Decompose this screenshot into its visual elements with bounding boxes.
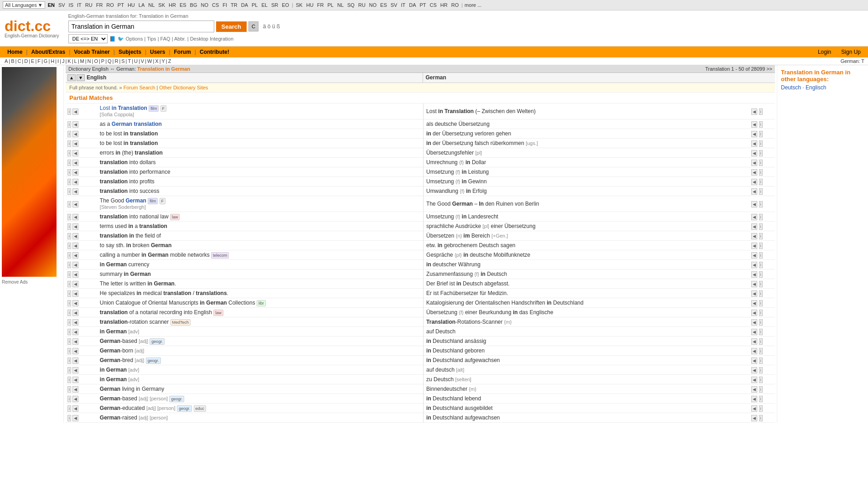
audio-btn[interactable]: ◀ [72,160,78,166]
audio-btn[interactable]: ◀ [72,310,78,316]
info-btn[interactable]: i [67,223,71,230]
alpha-j[interactable]: J [61,58,66,64]
play-btn[interactable]: ◀ [751,290,757,297]
play-btn[interactable]: ◀ [751,300,757,306]
audio-btn[interactable]: ◀ [72,415,78,421]
audio-btn[interactable]: ◀ [72,319,78,326]
alpha-i[interactable]: I [57,58,60,64]
play-btn[interactable]: ◀ [751,329,757,335]
info-btn[interactable]: i [67,415,71,421]
play-btn[interactable]: ◀ [751,243,757,249]
audio-btn[interactable]: ◀ [72,329,78,335]
alpha-w[interactable]: W [146,58,153,64]
play-btn[interactable]: ◀ [751,150,757,156]
lang-cs2[interactable]: CS [429,2,438,8]
detail-btn[interactable]: i [759,329,763,335]
lang-es[interactable]: ES [179,2,187,8]
lang-it[interactable]: IT [76,2,83,8]
detail-btn[interactable]: i [759,252,763,259]
audio-btn[interactable]: ◀ [72,188,78,195]
info-btn[interactable]: i [67,290,71,297]
sort-up-btn[interactable]: ▲ [67,74,76,81]
play-btn[interactable]: ◀ [751,377,757,383]
audio-btn[interactable]: ◀ [72,271,78,278]
alpha-x[interactable]: X [154,58,159,64]
info-btn[interactable]: i [67,214,71,220]
detail-btn[interactable]: i [759,357,763,364]
alpha-p[interactable]: P [100,58,105,64]
play-btn[interactable]: ◀ [751,367,757,373]
nav-contribute[interactable]: Contribute! [196,48,233,56]
lang-pair-select[interactable]: DE <=> EN [68,34,108,43]
alpha-y[interactable]: Y [161,58,166,64]
alpha-e[interactable]: E [30,58,35,64]
audio-btn[interactable]: ◀ [72,150,78,156]
detail-btn[interactable]: i [759,348,763,354]
detail-btn[interactable]: i [759,405,763,412]
lang-pt[interactable]: PT [117,2,125,8]
info-btn[interactable]: i [67,405,71,412]
lang-sq[interactable]: SQ [346,2,356,8]
detail-btn[interactable]: i [759,281,763,287]
info-btn[interactable]: i [67,140,71,147]
detail-btn[interactable]: i [759,243,763,249]
abbr-link[interactable]: Abbr. [174,36,186,41]
audio-btn[interactable]: ◀ [72,179,78,185]
detail-btn[interactable]: i [759,233,763,239]
play-btn[interactable]: ◀ [751,262,757,268]
info-btn[interactable]: i [67,131,71,137]
info-btn[interactable]: i [67,160,71,166]
audio-btn[interactable]: ◀ [72,131,78,137]
info-btn[interactable]: i [67,109,71,115]
lang-sk[interactable]: SK [157,2,166,8]
play-btn[interactable]: ◀ [751,252,757,259]
info-btn[interactable]: i [67,310,71,316]
info-btn[interactable]: i [67,262,71,268]
detail-btn[interactable]: i [759,188,763,195]
info-btn[interactable]: i [67,357,71,364]
play-btn[interactable]: ◀ [751,188,757,195]
detail-btn[interactable]: i [759,160,763,166]
info-btn[interactable]: i [67,319,71,326]
play-btn[interactable]: ◀ [751,109,757,115]
info-btn[interactable]: i [67,377,71,383]
play-btn[interactable]: ◀ [751,140,757,147]
more-languages-link[interactable]: more ... [465,2,481,8]
audio-btn[interactable]: ◀ [72,377,78,383]
detail-btn[interactable]: i [759,169,763,176]
alpha-r[interactable]: R [114,58,119,64]
detail-btn[interactable]: i [759,271,763,278]
audio-btn[interactable]: ◀ [72,300,78,306]
logo[interactable]: dict.cc [5,19,59,33]
lang-da[interactable]: DA [240,2,249,8]
play-btn[interactable]: ◀ [751,121,757,128]
detail-btn[interactable]: i [759,377,763,383]
lang-hu2[interactable]: HU [305,2,315,8]
detail-btn[interactable]: i [759,131,763,137]
alpha-h[interactable]: H [50,58,55,64]
detail-btn[interactable]: i [759,386,763,393]
lang-es2[interactable]: ES [379,2,388,8]
en-link[interactable]: Lost in Translation [100,105,147,111]
detail-btn[interactable]: i [759,109,763,115]
alpha-t[interactable]: T [127,58,132,64]
nav-forum[interactable]: Forum [170,48,195,56]
detail-btn[interactable]: i [759,179,763,185]
info-btn[interactable]: i [67,329,71,335]
lang-eo[interactable]: EO [281,2,290,8]
detail-btn[interactable]: i [759,121,763,128]
nav-users[interactable]: Users [146,48,169,56]
nav-vocab[interactable]: Vocab Trainer [70,48,113,56]
translation-count[interactable]: Translation 1 - 50 of 28099 >> [705,66,772,72]
search-input[interactable] [68,21,214,32]
audio-btn[interactable]: ◀ [72,367,78,373]
play-btn[interactable]: ◀ [751,405,757,412]
info-btn[interactable]: i [67,367,71,373]
alpha-s[interactable]: S [120,58,125,64]
info-btn[interactable]: i [67,121,71,128]
info-btn[interactable]: i [67,243,71,249]
alpha-q[interactable]: Q [107,58,113,64]
detail-btn[interactable]: i [759,319,763,326]
play-btn[interactable]: ◀ [751,386,757,393]
alpha-z[interactable]: Z [167,58,172,64]
